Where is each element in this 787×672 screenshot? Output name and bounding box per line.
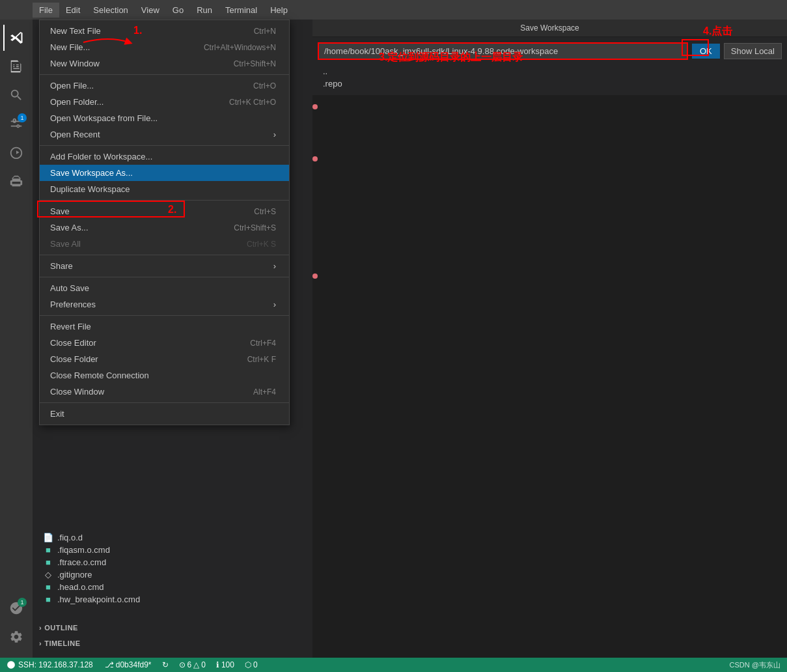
auto-save-label: Auto Save: [50, 283, 89, 293]
menu-open-workspace-from-file[interactable]: Open Workspace from File...: [40, 110, 289, 126]
dialog-title-text: Save Workspace: [520, 23, 579, 33]
save-shortcut: Ctrl+S: [254, 207, 276, 216]
activity-settings[interactable]: [3, 624, 29, 650]
file-name: .head.o.cmd: [57, 582, 104, 592]
file-item[interactable]: ■ .hw_breakpoint.o.cmd: [33, 593, 312, 606]
open-folder-shortcut: Ctrl+K Ctrl+O: [229, 98, 276, 107]
status-ssh-label: SSH: 192.168.37.128: [18, 660, 93, 669]
separator-1: [40, 74, 289, 75]
separator-7: [40, 402, 289, 403]
menu-view[interactable]: View: [135, 3, 166, 18]
file-icon: ■: [43, 595, 53, 604]
share-label: Share: [50, 261, 73, 271]
activity-source-control[interactable]: 1: [3, 111, 29, 137]
timeline-header[interactable]: › TIMELINE: [33, 637, 312, 650]
separator-2: [40, 145, 289, 146]
activity-remote[interactable]: 1: [3, 595, 29, 621]
menu-add-folder[interactable]: Add Folder to Workspace...: [40, 148, 289, 165]
menu-new-file[interactable]: New File... Ctrl+Alt+Windows+N: [40, 39, 289, 55]
file-name: .gitignore: [57, 570, 92, 580]
menu-close-window[interactable]: Close Window Alt+F4: [40, 384, 289, 400]
menu-auto-save[interactable]: Auto Save: [40, 280, 289, 296]
menu-close-remote[interactable]: Close Remote Connection: [40, 367, 289, 384]
activity-explorer[interactable]: [3, 53, 29, 79]
menu-save-workspace-as[interactable]: Save Workspace As...: [40, 165, 289, 181]
save-label: Save: [50, 206, 70, 216]
separator-5: [40, 277, 289, 277]
menu-close-editor[interactable]: Close Editor Ctrl+F4: [40, 335, 289, 351]
open-recent-arrow: ›: [273, 130, 276, 139]
dialog-ok-button[interactable]: OK: [692, 44, 720, 59]
file-name: .hw_breakpoint.o.cmd: [57, 595, 140, 604]
status-branch[interactable]: ⎇ d0b34fd9*: [100, 658, 157, 672]
status-warnings[interactable]: ⊙ 6 △ 0: [174, 658, 211, 672]
save-workspace-label: Save Workspace As...: [50, 168, 133, 178]
activity-extensions[interactable]: [3, 168, 29, 194]
menu-duplicate-workspace[interactable]: Duplicate Workspace: [40, 181, 289, 197]
menu-edit[interactable]: Edit: [59, 3, 87, 18]
menu-bar: File Edit Selection View Go Run Terminal…: [33, 0, 787, 20]
dot-2: [312, 156, 318, 161]
outline-header[interactable]: › OUTLINE: [33, 621, 312, 634]
dialog-file-list: .. .repo: [318, 65, 782, 90]
file-item[interactable]: ■ .head.o.cmd: [33, 581, 312, 593]
activity-vscode[interactable]: [3, 25, 29, 51]
status-bar-right: CSDN @韦东山: [730, 660, 787, 670]
menu-save[interactable]: Save Ctrl+S: [40, 203, 289, 219]
dialog-file-item-dotdot[interactable]: ..: [318, 65, 782, 77]
activity-run[interactable]: [3, 139, 29, 165]
menu-exit[interactable]: Exit: [40, 406, 289, 422]
open-recent-label: Open Recent: [50, 130, 100, 139]
file-item[interactable]: ■ .ftrace.o.cmd: [33, 556, 312, 568]
dialog-path-row: OK Show Local: [318, 42, 782, 60]
menu-open-file[interactable]: Open File... Ctrl+O: [40, 77, 289, 94]
menu-save-as[interactable]: Save As... Ctrl+Shift+S: [40, 219, 289, 236]
status-info[interactable]: ℹ 100: [211, 658, 240, 672]
new-file-shortcut: Ctrl+Alt+Windows+N: [204, 43, 276, 52]
menu-file[interactable]: File: [33, 3, 59, 18]
menu-new-text-file[interactable]: New Text File Ctrl+N: [40, 23, 289, 39]
file-item[interactable]: ◇ .gitignore: [33, 568, 312, 581]
separator-3: [40, 200, 289, 201]
status-credit: CSDN @韦东山: [730, 660, 780, 670]
file-icon: ■: [43, 557, 53, 567]
status-ports[interactable]: ⬡ 0: [240, 658, 263, 672]
menu-help[interactable]: Help: [264, 3, 294, 18]
share-arrow: ›: [273, 261, 276, 271]
timeline-section: › TIMELINE: [33, 637, 312, 650]
file-name: .fiqasm.o.cmd: [57, 545, 110, 555]
menu-open-folder[interactable]: Open Folder... Ctrl+K Ctrl+O: [40, 94, 289, 110]
file-icon: 📄: [43, 533, 53, 542]
menu-go[interactable]: Go: [166, 3, 190, 18]
menu-share[interactable]: Share ›: [40, 258, 289, 274]
menu-close-folder[interactable]: Close Folder Ctrl+K F: [40, 351, 289, 367]
exit-label: Exit: [50, 409, 64, 419]
file-item[interactable]: ■ .fiqasm.o.cmd: [33, 544, 312, 556]
dialog-show-local-button[interactable]: Show Local: [724, 43, 782, 59]
menu-save-all: Save All Ctrl+K S: [40, 236, 289, 252]
dialog-path-input[interactable]: [318, 42, 688, 60]
activity-search[interactable]: [3, 82, 29, 108]
dot-3: [312, 273, 318, 279]
close-folder-shortcut: Ctrl+K F: [247, 355, 276, 364]
menu-run[interactable]: Run: [190, 3, 219, 18]
menu-preferences[interactable]: Preferences ›: [40, 296, 289, 313]
status-sync[interactable]: ↻: [157, 658, 174, 672]
outline-section: › OUTLINE: [33, 621, 312, 634]
menu-terminal[interactable]: Terminal: [219, 3, 264, 18]
menu-selection[interactable]: Selection: [87, 3, 134, 18]
close-folder-label: Close Folder: [50, 354, 98, 364]
ports-icon: ⬡: [245, 660, 251, 669]
save-as-shortcut: Ctrl+Shift+S: [234, 223, 276, 232]
new-file-label: New File...: [50, 42, 90, 52]
save-all-shortcut: Ctrl+K S: [247, 240, 276, 249]
menu-revert-file[interactable]: Revert File: [40, 318, 289, 335]
menu-new-window[interactable]: New Window Ctrl+Shift+N: [40, 55, 289, 72]
dialog-file-item-repo[interactable]: .repo: [318, 77, 782, 90]
menu-open-recent[interactable]: Open Recent ›: [40, 126, 289, 143]
file-item[interactable]: 📄 .fiq.o.d: [33, 531, 312, 544]
preferences-label: Preferences: [50, 300, 96, 309]
status-ssh[interactable]: SSH: 192.168.37.128: [0, 658, 100, 672]
timeline-label: TIMELINE: [44, 639, 80, 647]
file-icon: ◇: [43, 570, 53, 580]
